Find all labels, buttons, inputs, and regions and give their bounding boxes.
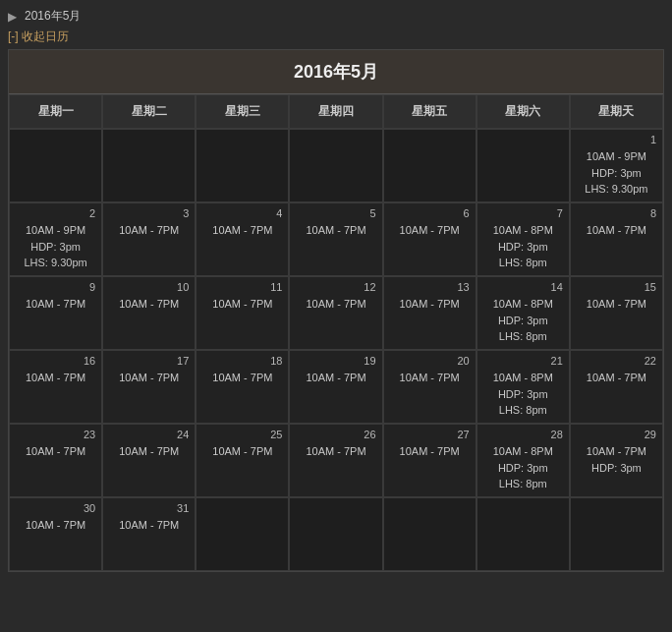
day-cell: 2410AM - 7PM [102,424,196,497]
day-number: 2 [16,207,95,219]
day-number: 16 [16,355,95,367]
day-cell: 1410AM - 8PMHDP: 3pmLHS: 8pm [476,276,570,350]
day-info: 10AM - 7PM [109,296,189,313]
day-event: 10AM - 7PM [16,370,95,386]
day-cell: 2510AM - 7PM [196,424,289,497]
day-event: HDP: 3pm [483,239,563,256]
day-info: 10AM - 7PM [577,222,656,239]
day-cell: 2710AM - 7PM [383,424,476,497]
day-info: 10AM - 7PM [390,296,470,313]
day-event: 10AM - 7PM [202,296,282,313]
day-cell [476,129,570,202]
day-number: 6 [390,207,470,219]
day-event: LHS: 8pm [483,255,563,271]
day-event: 10AM - 7PM [202,370,282,386]
day-event: 10AM - 7PM [390,222,470,239]
day-cell [196,129,289,202]
day-cell: 410AM - 7PM [196,202,289,276]
collapse-link[interactable]: [-] 收起日历 [8,29,69,45]
day-event: 10AM - 7PM [390,443,470,460]
day-number: 11 [202,281,282,293]
day-number: 17 [109,355,189,367]
day-event: HDP: 3pm [483,313,563,329]
day-event: 10AM - 7PM [296,370,375,386]
day-cell: 3110AM - 7PM [102,497,196,571]
day-number: 30 [16,502,95,514]
day-info: 10AM - 8PMHDP: 3pmLHS: 8pm [483,222,563,271]
day-number: 24 [109,429,189,440]
day-event: 10AM - 7PM [577,296,656,313]
day-info: 10AM - 7PM [16,517,95,534]
day-cell: 2010AM - 7PM [383,350,476,424]
day-info: 10AM - 7PM [390,443,470,460]
day-event: 10AM - 7PM [296,222,375,239]
day-number: 3 [109,207,189,219]
collapse-bar: [-] 收起日历 [8,29,664,45]
day-event: HDP: 3pm [577,165,656,182]
day-cell: 1310AM - 7PM [383,276,476,350]
day-event: 10AM - 7PM [109,222,189,239]
day-cell [289,497,382,571]
arrow-icon: ▶ [8,10,17,24]
day-info: 10AM - 7PM [202,296,282,313]
day-cell [383,497,476,571]
day-number: 18 [202,355,282,367]
day-info: 10AM - 8PMHDP: 3pmLHS: 8pm [483,296,563,345]
calendar-title: 2016年5月 [9,50,663,94]
day-number: 7 [483,207,563,219]
day-cell: 2210AM - 7PM [570,350,663,424]
day-event: LHS: 8pm [483,402,563,419]
day-cell [289,129,382,202]
day-event: 10AM - 7PM [109,517,189,534]
day-info: 10AM - 9PMHDP: 3pmLHS: 9.30pm [16,222,95,271]
day-cell: 2110AM - 8PMHDP: 3pmLHS: 8pm [476,350,570,424]
day-number: 10 [109,281,189,293]
day-number: 14 [483,281,563,293]
day-cell: 1810AM - 7PM [196,350,289,424]
day-cell [196,497,289,571]
day-info: 10AM - 7PM [577,370,656,386]
day-cell: 2310AM - 7PM [9,424,102,497]
day-event: 10AM - 7PM [202,443,282,460]
day-header: 星期五 [383,94,476,129]
day-event: 10AM - 7PM [577,222,656,239]
day-event: 10AM - 7PM [296,443,375,460]
day-header: 星期一 [9,94,102,129]
day-cell: 1610AM - 7PM [9,350,102,424]
day-event: HDP: 3pm [16,239,95,256]
day-event: 10AM - 7PM [296,296,375,313]
day-info: 10AM - 7PM [109,517,189,534]
day-number: 13 [390,281,470,293]
day-info: 10AM - 7PM [109,370,189,386]
day-cell [570,497,663,571]
day-cell [102,129,196,202]
day-header: 星期四 [289,94,382,129]
day-info: 10AM - 7PM [390,222,470,239]
day-event: 10AM - 7PM [109,370,189,386]
day-event: 10AM - 7PM [109,296,189,313]
day-header: 星期六 [476,94,570,129]
day-event: 10AM - 9PM [577,148,656,165]
day-cell: 2610AM - 7PM [289,424,382,497]
day-cell: 1010AM - 7PM [102,276,196,350]
day-info: 10AM - 8PMHDP: 3pmLHS: 8pm [483,370,563,419]
day-number: 22 [577,355,656,367]
day-info: 10AM - 7PM [202,443,282,460]
day-cell: 1510AM - 7PM [570,276,663,350]
day-event: 10AM - 7PM [577,443,656,460]
day-info: 10AM - 7PM [109,443,189,460]
day-number: 21 [483,355,563,367]
day-event: HDP: 3pm [483,460,563,477]
day-info: 10AM - 7PM [577,296,656,313]
day-cell: 2810AM - 8PMHDP: 3pmLHS: 8pm [476,424,570,497]
day-info: 10AM - 9PMHDP: 3pmLHS: 9.30pm [577,148,656,198]
day-event: LHS: 9.30pm [577,181,656,198]
day-info: 10AM - 7PM [296,443,375,460]
day-event: HDP: 3pm [577,460,656,477]
day-info: 10AM - 7PM [296,370,375,386]
day-event: LHS: 8pm [483,476,563,492]
day-cell [9,129,102,202]
day-info: 10AM - 7PM [202,222,282,239]
day-cell: 1110AM - 7PM [196,276,289,350]
day-event: LHS: 9.30pm [16,255,95,271]
